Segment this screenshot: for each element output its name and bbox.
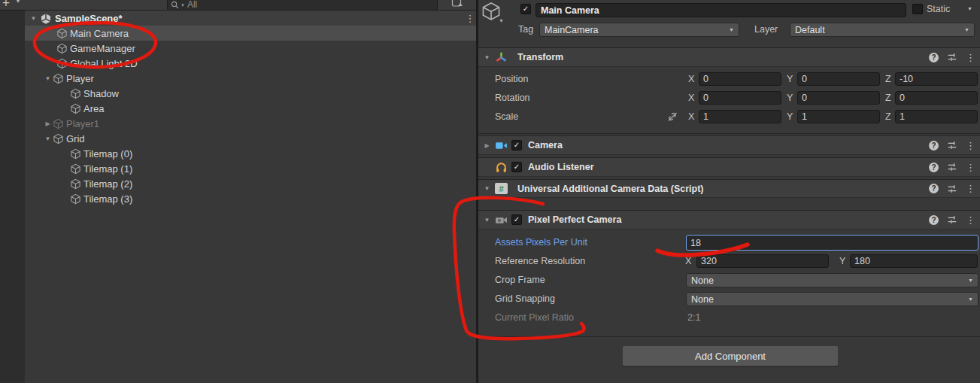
hierarchy-item-tilemap-1[interactable]: Tilemap (1)	[25, 161, 522, 176]
scene-foldout-icon[interactable]: ▼	[29, 15, 38, 22]
foldout-open-icon[interactable]: ▼	[482, 54, 492, 61]
scene-picking-icon[interactable]	[451, 0, 464, 9]
icon-dropdown-caret[interactable]: ▼	[499, 18, 504, 23]
current-pixel-ratio-value: 2:1	[687, 312, 700, 323]
component-header-audio-listener[interactable]: ▼ ✓ Audio Listener ? ⋮	[478, 157, 980, 177]
help-icon[interactable]: ?	[929, 53, 939, 62]
scale-x-input[interactable]	[699, 110, 781, 123]
dropdown-caret-icon: ▼	[964, 27, 969, 32]
rotation-y-input[interactable]	[797, 91, 880, 105]
hierarchy-item-tilemap-2[interactable]: Tilemap (2)	[25, 176, 522, 191]
link-disabled-icon[interactable]	[666, 111, 678, 123]
layer-dropdown[interactable]: Default▼	[790, 23, 975, 37]
position-z-input[interactable]	[895, 72, 978, 86]
item-label: Tilemap (0)	[83, 148, 132, 160]
hierarchy-item-grid[interactable]: ▼ Grid	[25, 131, 495, 146]
foldout-closed-icon[interactable]: ▶	[482, 142, 492, 149]
foldout-open-icon[interactable]: ▼	[482, 217, 492, 223]
component-header-transform[interactable]: ▼ Transform ? ⋮	[478, 47, 980, 67]
audio-listener-enabled-checkbox[interactable]: ✓	[511, 162, 522, 172]
script-icon: #	[495, 183, 508, 194]
position-label: Position	[495, 74, 528, 84]
create-plus-button[interactable]: +	[2, 0, 10, 11]
hierarchy-item-gamemanager[interactable]: GameManager	[25, 41, 508, 56]
kebab-menu-icon[interactable]: ⋮	[966, 183, 975, 194]
hierarchy-item-tilemap-3[interactable]: Tilemap (3)	[25, 191, 522, 206]
foldout-open-icon[interactable]: ▼	[43, 135, 53, 142]
scale-label: Scale	[495, 111, 518, 122]
crop-frame-dropdown[interactable]: None▼	[686, 273, 978, 287]
create-dropdown-caret[interactable]: ▼	[15, 0, 21, 5]
axis-z-label: Z	[885, 93, 891, 103]
rotation-x-input[interactable]	[699, 91, 781, 105]
presets-icon[interactable]	[947, 184, 957, 194]
presets-icon[interactable]	[947, 140, 957, 150]
help-icon[interactable]: ?	[929, 141, 939, 150]
static-dropdown-caret[interactable]: ▼	[967, 6, 972, 11]
search-filter-caret[interactable]: ▼	[181, 3, 185, 8]
kebab-menu-icon[interactable]: ⋮	[966, 162, 975, 173]
pixel-perfect-enabled-checkbox[interactable]: ✓	[511, 214, 522, 225]
add-component-button[interactable]: Add Component	[622, 345, 839, 366]
scene-header-row[interactable]: ▼ SampleScene* ⋮	[25, 11, 477, 26]
position-y-input[interactable]	[797, 72, 880, 86]
transform-icon	[495, 51, 508, 64]
active-checkbox[interactable]: ✓	[520, 4, 531, 14]
scene-kebab-icon[interactable]: ⋮	[464, 11, 476, 26]
tag-dropdown[interactable]: MainCamera▼	[539, 23, 739, 37]
kebab-menu-icon[interactable]: ⋮	[966, 52, 975, 63]
camera-enabled-checkbox[interactable]: ✓	[511, 140, 522, 150]
gameobject-icon	[70, 103, 81, 114]
reference-resolution-y-input[interactable]	[850, 254, 978, 268]
hierarchy-item-player1[interactable]: ▶ Player1	[25, 116, 495, 131]
crop-frame-label: Crop Frame	[495, 275, 545, 285]
item-label: Global Light 2D	[70, 58, 138, 69]
item-label: Area	[83, 103, 104, 114]
assets-pixels-per-unit-input[interactable]	[686, 235, 978, 251]
hierarchy-search-input[interactable]: ▼ All	[167, 0, 438, 11]
hierarchy-item-global-light-2d[interactable]: Global Light 2D	[25, 56, 508, 71]
camera-icon	[495, 139, 508, 152]
presets-icon[interactable]	[947, 162, 957, 172]
gameobject-icon	[56, 58, 68, 69]
hierarchy-item-player[interactable]: ▼ Player	[25, 71, 495, 86]
component-title: Pixel Perfect Camera	[528, 214, 621, 225]
scale-y-input[interactable]	[797, 110, 880, 123]
current-pixel-ratio-label: Current Pixel Ratio	[495, 312, 574, 323]
scene-icon	[40, 13, 52, 25]
grid-snapping-dropdown[interactable]: None▼	[686, 292, 978, 306]
hierarchy-item-main-camera[interactable]: Main Camera	[25, 26, 508, 41]
component-header-pixel-perfect-camera[interactable]: ▼ ✓ Pixel Perfect Camera ? ⋮	[478, 210, 980, 229]
inspector-panel: ▼ ✓ Static ▼ Tag MainCamera▼ Layer Defau…	[478, 0, 980, 383]
reference-resolution-label: Reference Resolution	[495, 256, 585, 266]
axis-y-label: Y	[839, 256, 845, 266]
axis-x-label: X	[688, 93, 694, 103]
foldout-open-icon[interactable]: ▼	[482, 185, 492, 192]
foldout-open-icon[interactable]: ▼	[43, 75, 53, 82]
position-x-input[interactable]	[699, 72, 781, 86]
foldout-closed-icon[interactable]: ▶	[43, 120, 53, 127]
component-header-universal-additional-camera-data[interactable]: ▼ # Universal Additional Camera Data (Sc…	[478, 179, 980, 198]
kebab-menu-icon[interactable]: ⋮	[966, 214, 975, 226]
help-icon[interactable]: ?	[929, 184, 939, 193]
gameobject-icon	[70, 163, 81, 175]
help-icon[interactable]: ?	[929, 163, 939, 172]
presets-icon[interactable]	[947, 214, 957, 225]
reference-resolution-x-input[interactable]	[696, 254, 829, 268]
scale-z-input[interactable]	[895, 110, 978, 123]
hierarchy-item-tilemap-0[interactable]: Tilemap (0)	[25, 146, 522, 161]
axis-y-label: Y	[787, 111, 793, 122]
hierarchy-panel: + ▼ ▼ All ▼ SampleScene* ⋮ Main Camera G…	[0, 0, 477, 383]
hierarchy-item-area[interactable]: Area	[25, 101, 522, 116]
static-checkbox[interactable]	[912, 4, 923, 14]
gameobject-name-input[interactable]	[536, 3, 906, 17]
help-icon[interactable]: ?	[929, 215, 939, 225]
axis-z-label: Z	[885, 74, 891, 84]
hierarchy-item-shadow[interactable]: Shadow	[25, 86, 522, 101]
kebab-menu-icon[interactable]: ⋮	[966, 140, 975, 151]
rotation-z-input[interactable]	[895, 91, 978, 105]
axis-y-label: Y	[787, 93, 793, 103]
component-header-camera[interactable]: ▶ ✓ Camera ? ⋮	[478, 135, 980, 155]
component-title: Audio Listener	[528, 162, 594, 172]
presets-icon[interactable]	[947, 52, 957, 62]
